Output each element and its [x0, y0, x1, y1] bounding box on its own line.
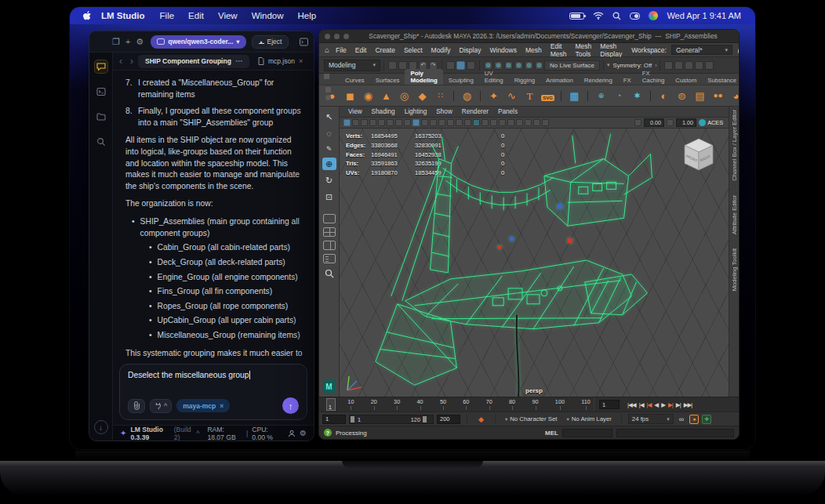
tab-mcp-json[interactable]: mcp.json ×	[251, 55, 310, 68]
type-tool-icon[interactable]: T	[522, 91, 538, 101]
shelf-menu-icon[interactable]	[324, 74, 329, 79]
maya-modeling-badge[interactable]: M	[323, 380, 336, 393]
sculpt-icon[interactable]	[705, 61, 714, 70]
select-object-icon[interactable]	[456, 61, 465, 70]
play-backwards-button[interactable]: ◀	[654, 401, 658, 408]
sidebar-models-folder-icon[interactable]	[94, 110, 108, 124]
range-end-handle[interactable]	[423, 416, 427, 422]
oversca n-icon[interactable]	[395, 119, 402, 126]
wifi-icon[interactable]	[593, 12, 604, 20]
lighting-toggle-icon[interactable]	[499, 119, 506, 126]
panel-menu-view[interactable]: View	[344, 108, 366, 115]
nav-forward-button[interactable]: ›	[127, 56, 136, 67]
minimize-window-button[interactable]	[334, 34, 340, 39]
go-to-end-button[interactable]: ▶▶|	[684, 401, 692, 408]
menu-help[interactable]: Help	[298, 11, 317, 20]
shelf-tab-fx-caching[interactable]: FX Caching	[637, 69, 671, 85]
bookmark-icon[interactable]	[369, 119, 376, 126]
shelf-tab-custom[interactable]: Custom	[670, 76, 702, 85]
current-frame-marker[interactable]: 1	[326, 398, 336, 411]
redo-icon[interactable]: ↷	[429, 61, 438, 70]
maya-menu-modify[interactable]: Modify	[427, 46, 455, 54]
mirror-icon[interactable]: ◕	[728, 91, 740, 101]
isolate-select-icon[interactable]	[542, 119, 549, 126]
ship-wireframe[interactable]	[340, 129, 729, 397]
safe-title-icon[interactable]	[464, 119, 471, 126]
ipr-render-icon[interactable]	[674, 61, 683, 70]
tab-channel-box[interactable]: Channel Box / Layer Editor	[731, 110, 738, 181]
select-tool-icon[interactable]: ↖	[322, 111, 336, 123]
range-start-handle[interactable]	[351, 416, 354, 422]
maya-menu-mesh-display[interactable]: Mesh Display	[596, 42, 626, 58]
shelf-tab-surfaces[interactable]: Surfaces	[370, 76, 405, 85]
send-button[interactable]: ↑	[282, 397, 299, 414]
menubar-clock[interactable]: Wed Apr 1 9:41 AM	[667, 11, 741, 20]
textured-mode-icon[interactable]	[490, 119, 497, 126]
remove-mcp-icon[interactable]: ×	[220, 402, 224, 410]
chat-input[interactable]: Deselect the miscellaneous group	[128, 371, 299, 391]
menubar-app-status-icon[interactable]	[649, 11, 658, 20]
2d-pan-zoom-icon[interactable]	[387, 119, 394, 126]
poly-cylinder-icon[interactable]: ◉	[360, 91, 376, 101]
settings-gear-icon[interactable]: ⚙	[300, 429, 307, 437]
new-chat-button[interactable]: +	[125, 35, 130, 48]
go-to-start-button[interactable]: |◀◀	[627, 401, 636, 408]
lock-camera-icon[interactable]	[352, 119, 359, 126]
move-tool-icon[interactable]: ⊕	[322, 158, 336, 170]
new-window-icon[interactable]: ❐	[112, 35, 120, 48]
step-forward-frame-button[interactable]: ▶|	[676, 401, 681, 408]
bridge-icon[interactable]: ●●	[710, 92, 726, 100]
undo-icon[interactable]: ↶	[419, 61, 427, 70]
rotate-tool-icon[interactable]: ↻	[322, 174, 336, 187]
close-tab-icon[interactable]: ×	[299, 57, 303, 65]
xray-toggle-icon[interactable]	[533, 119, 540, 126]
lock-icon[interactable]	[737, 46, 740, 54]
shelf-tab-uv-editing[interactable]: UV Editing	[479, 69, 509, 85]
eject-model-button[interactable]: ▲ Eject	[252, 35, 289, 49]
sidebar-developer-icon[interactable]	[94, 85, 108, 99]
menu-edit[interactable]: Edit	[188, 11, 204, 20]
play-forwards-button[interactable]: ▶	[661, 401, 665, 408]
download-manager-icon[interactable]: ↓	[94, 420, 108, 434]
maya-menu-mesh-tools[interactable]: Mesh Tools	[572, 42, 596, 58]
anim-end-field[interactable]: 200	[437, 415, 460, 424]
mel-input-field[interactable]	[562, 429, 612, 437]
select-component-icon[interactable]	[467, 61, 475, 70]
layout-four-pane-button[interactable]	[323, 227, 336, 237]
terminal-icon[interactable]	[300, 35, 308, 48]
greasepencil-icon[interactable]	[404, 119, 411, 126]
film-gate-icon[interactable]	[421, 119, 428, 126]
lasso-tool-icon[interactable]: ◌	[322, 127, 336, 140]
timeline-track[interactable]: 010 2030 4050 6070 8090 100110 1	[322, 397, 594, 412]
panel-menu-renderer[interactable]: Renderer	[458, 108, 492, 115]
mcp-server-pill[interactable]: maya-mcp ×	[176, 399, 230, 412]
tab-options-icon[interactable]: ⋯	[235, 57, 242, 65]
scale-tool-icon[interactable]: ⊡	[322, 190, 336, 203]
ao-toggle-icon[interactable]	[516, 119, 523, 126]
nav-back-button[interactable]: ‹	[116, 56, 125, 67]
mcp-plugins-button[interactable]: ^	[150, 399, 172, 413]
select-camera-icon[interactable]	[343, 119, 351, 126]
shelf-tab-poly-modeling[interactable]: Poly Modeling	[405, 69, 442, 85]
menu-window[interactable]: Window	[252, 11, 284, 20]
safe-action-icon[interactable]	[456, 119, 463, 126]
shelf-tab-curves[interactable]: Curves	[340, 76, 370, 85]
separate-icon[interactable]: ▤	[692, 91, 708, 101]
layout-outliner-button[interactable]	[323, 254, 336, 263]
step-back-key-button[interactable]: |◀	[646, 401, 651, 408]
sidebar-chat-icon[interactable]	[94, 60, 108, 74]
menubar-app-name[interactable]: LM Studio	[101, 11, 145, 20]
sweep-mesh-icon[interactable]: ✦	[485, 91, 502, 101]
viewport-canvas[interactable]: Verts:16854495163752030 Edges:3380366832…	[340, 129, 729, 397]
live-surface-field[interactable]: No Live Surface	[544, 60, 600, 71]
menu-set-selector[interactable]: Modeling▾	[324, 60, 380, 71]
booleans-icon[interactable]: ◐	[656, 91, 672, 101]
wrench-icon[interactable]	[314, 35, 314, 48]
chat-input-card[interactable]: Deselect the miscellaneous group ^	[119, 364, 307, 420]
user-account-icon[interactable]	[288, 430, 296, 437]
panel-menu-panels[interactable]: Panels	[494, 108, 522, 115]
snap-projected-center-icon[interactable]: ◍	[514, 61, 523, 70]
maya-menu-windows[interactable]: Windows	[485, 46, 520, 54]
open-scene-icon[interactable]	[398, 61, 407, 70]
shelf-tab-sculpting[interactable]: Sculpting	[443, 76, 479, 85]
